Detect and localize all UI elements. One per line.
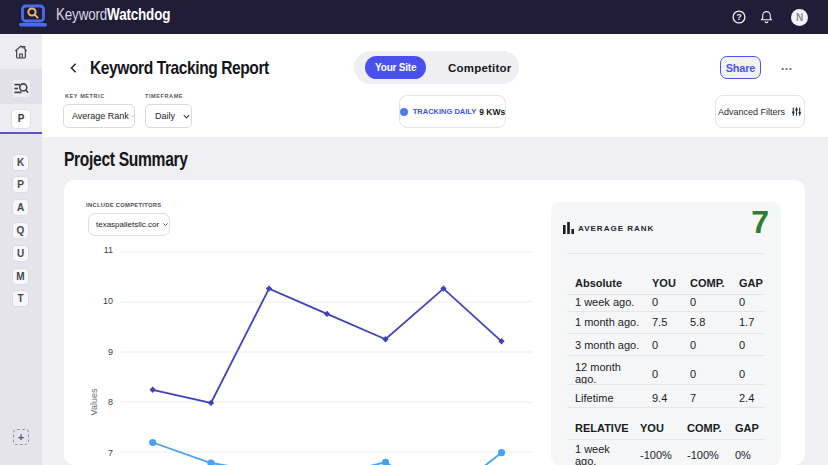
svg-text:8: 8 (108, 397, 113, 407)
svg-text:11: 11 (104, 245, 113, 255)
svg-text:7: 7 (108, 448, 113, 458)
svg-text:?: ? (736, 12, 741, 22)
svg-text:9: 9 (108, 347, 113, 357)
svg-text:10: 10 (103, 296, 113, 306)
svg-text:Values: Values (89, 388, 99, 415)
